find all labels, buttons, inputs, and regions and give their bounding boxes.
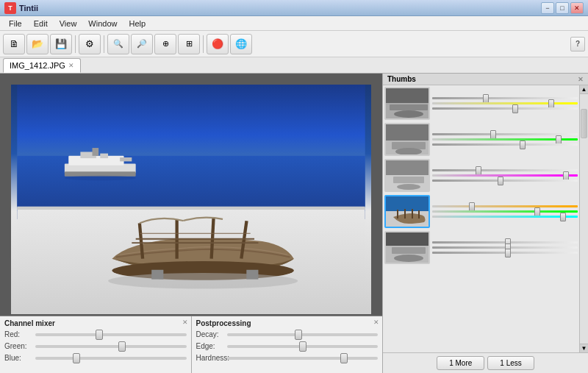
t-track-2-2 <box>432 138 578 141</box>
main-area: Channel mixer ✕ Red: Green: Blue: <box>0 74 588 373</box>
close-button[interactable]: ✕ <box>570 2 584 14</box>
svg-rect-36 <box>386 196 430 211</box>
less-button[interactable]: 1 Less <box>487 356 534 370</box>
save-button[interactable]: 💾 <box>50 34 72 54</box>
t-thumb-4-3[interactable] <box>560 213 566 221</box>
blue-track <box>35 357 187 360</box>
t-thumb-2-3[interactable] <box>520 141 526 149</box>
svg-rect-31 <box>386 160 430 175</box>
tab-bar: IMG_1412.JPG ✕ <box>0 57 588 74</box>
svg-rect-41 <box>418 210 420 219</box>
svg-rect-45 <box>392 247 426 254</box>
green-thumb[interactable] <box>118 341 126 352</box>
zoom-fit-button[interactable]: ⊞ <box>178 34 200 54</box>
menu-file[interactable]: File <box>3 16 28 31</box>
help-button[interactable]: ? <box>570 37 585 51</box>
thumbs-close-icon[interactable]: ✕ <box>578 76 584 83</box>
toolbar-separator-1 <box>75 35 76 53</box>
channel-mixer-panel: Channel mixer ✕ Red: Green: Blue: <box>0 316 192 373</box>
zoom-reset-button[interactable]: ⊕ <box>154 34 176 54</box>
t-track-2-3 <box>432 143 578 146</box>
scroll-down-arrow[interactable]: ▼ <box>580 344 588 352</box>
toolbar-separator-3 <box>203 35 204 53</box>
thumbs-scroll <box>383 85 579 352</box>
thumb-sliders-4 <box>432 205 578 218</box>
thumbs-panel: Thumbs ✕ <box>382 74 588 373</box>
zoom-in-button[interactable]: 🔍 <box>107 34 129 54</box>
thumb-s4-r3 <box>432 216 578 218</box>
decay-thumb[interactable] <box>295 330 302 340</box>
postprocessing-close[interactable]: ✕ <box>373 319 379 326</box>
channel-mixer-close[interactable]: ✕ <box>182 319 188 326</box>
blue-thumb[interactable] <box>73 353 80 363</box>
globe-button[interactable]: 🌐 <box>230 34 252 54</box>
t-thumb-3-3[interactable] <box>498 177 503 185</box>
t-track-3-3 <box>432 180 578 182</box>
edge-slider-row: Edge: <box>196 342 379 350</box>
edge-thumb[interactable] <box>299 341 306 352</box>
menu-window[interactable]: Window <box>82 16 123 31</box>
t-track-5-3 <box>432 252 578 254</box>
image-display <box>11 85 371 314</box>
menu-view[interactable]: View <box>54 16 83 31</box>
menu-help[interactable]: Help <box>123 16 151 31</box>
thumb-img-5[interactable] <box>384 231 430 264</box>
thumb-img-3[interactable] <box>384 159 430 192</box>
scroll-thumb[interactable] <box>581 109 587 138</box>
hardness-label: Hardness: <box>196 354 224 362</box>
thumb-img-2[interactable] <box>384 123 430 156</box>
t-thumb-5-3[interactable] <box>505 249 511 257</box>
svg-point-46 <box>394 255 423 262</box>
edge-label: Edge: <box>196 342 224 350</box>
thumb-s2-r2 <box>432 138 578 141</box>
t-track-1-2 <box>432 102 578 104</box>
new-button[interactable]: 🗎 <box>3 34 25 54</box>
red-thumb[interactable] <box>96 330 103 340</box>
thumb-row-3 <box>384 159 578 192</box>
thumb-s3-r3 <box>432 180 578 182</box>
thumb-sliders-5 <box>432 241 578 254</box>
svg-rect-8 <box>120 157 132 161</box>
hardness-slider-row: Hardness: <box>196 354 379 362</box>
open-button[interactable]: 📂 <box>26 34 49 54</box>
thumb-svg-3 <box>386 160 430 192</box>
thumb-row-4 <box>384 195 578 228</box>
svg-rect-38 <box>397 210 398 219</box>
thumb-img-1[interactable] <box>384 87 430 120</box>
red-track <box>35 333 187 336</box>
t-thumb-1-3[interactable] <box>512 104 518 113</box>
thumb-s4-r2 <box>432 210 578 213</box>
thumb-sliders-2 <box>432 133 578 146</box>
menu-edit[interactable]: Edit <box>28 16 54 31</box>
thumb-sliders-1 <box>432 97 578 110</box>
t-track-3-2 <box>432 174 578 177</box>
thumb-s4-r1 <box>432 205 578 207</box>
t-track-1-3 <box>432 107 578 110</box>
thumbs-title: Thumbs <box>387 75 416 83</box>
title-bar-text: Tintii <box>19 4 541 13</box>
postprocessing-title: Postprocessing <box>196 319 379 327</box>
minimize-button[interactable]: − <box>541 2 554 14</box>
thumb-svg-4 <box>386 196 430 228</box>
thumb-row-1 <box>384 87 578 120</box>
tab-img[interactable]: IMG_1412.JPG ✕ <box>3 58 81 73</box>
thumb-row-5 <box>384 231 578 264</box>
lifesaver-button[interactable]: 🔴 <box>207 34 229 54</box>
scroll-up-arrow[interactable]: ▲ <box>580 85 588 94</box>
svg-point-29 <box>395 148 422 155</box>
thumb-img-4[interactable] <box>384 195 430 228</box>
hardness-thumb[interactable] <box>340 353 348 363</box>
thumb-s3-r2 <box>432 174 578 177</box>
toolbar: 🗎 📂 💾 ⚙ 🔍 🔎 ⊕ ⊞ 🔴 🌐 ? <box>0 31 588 57</box>
t-track-4-2 <box>432 210 578 213</box>
thumb-s2-r3 <box>432 143 578 146</box>
thumbs-scrollbar[interactable]: ▲ ▼ <box>579 85 588 352</box>
svg-point-34 <box>397 184 420 190</box>
zoom-out-button[interactable]: 🔎 <box>131 34 153 54</box>
maximize-button[interactable]: □ <box>556 2 569 14</box>
tab-close-icon[interactable]: ✕ <box>68 62 74 69</box>
settings-button[interactable]: ⚙ <box>79 34 101 54</box>
more-button[interactable]: 1 More <box>437 356 484 370</box>
svg-rect-9 <box>93 148 99 156</box>
decay-slider-row: Decay: <box>196 330 379 338</box>
